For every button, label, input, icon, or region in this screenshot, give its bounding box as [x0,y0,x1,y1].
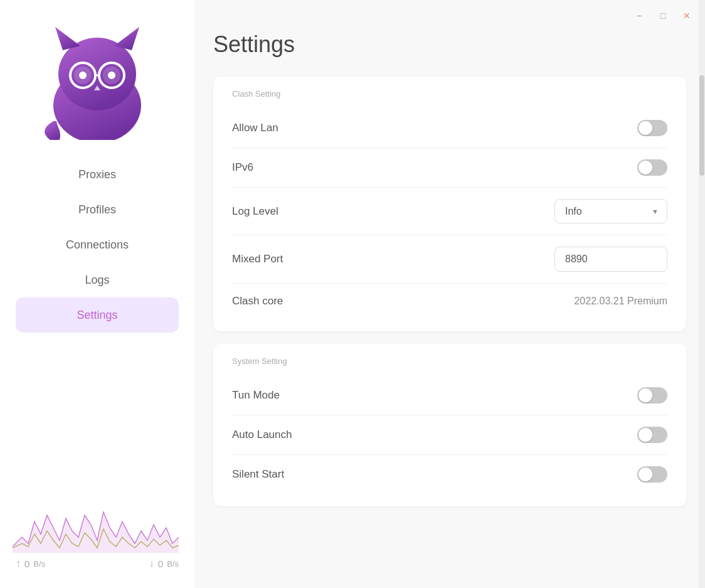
sidebar-item-profiles[interactable]: Profiles [16,192,179,227]
clash-core-label: Clash core [232,295,283,307]
scrollbar-thumb[interactable] [699,75,704,176]
nav-menu: Proxies Profiles Connections Logs Settin… [0,157,194,333]
auto-launch-label: Auto Launch [232,429,292,441]
sidebar-item-logs[interactable]: Logs [16,262,179,297]
titlebar: − □ ✕ [0,0,705,31]
sidebar-item-settings[interactable]: Settings [16,297,179,333]
network-stats: ↑ 0 B/s ↓ 0 B/s [13,558,182,569]
clash-core-row: Clash core 2022.03.21 Premium [232,284,667,319]
tun-mode-toggle[interactable] [637,387,667,404]
ipv6-row: IPv6 [232,148,667,188]
allow-lan-toggle[interactable] [637,120,667,136]
svg-point-9 [108,72,115,79]
mixed-port-row: Mixed Port [232,235,667,284]
log-level-select-wrapper: Debug Info Warning Error Silent [554,199,667,223]
sidebar-item-proxies[interactable]: Proxies [16,157,179,192]
ipv6-toggle[interactable] [637,159,667,176]
logo-area [41,19,154,144]
app-logo [44,24,151,140]
tun-mode-row: Tun Mode [232,376,667,415]
sidebar: Proxies Profiles Connections Logs Settin… [0,0,194,588]
ipv6-label: IPv6 [232,161,253,174]
minimize-button[interactable]: − [633,10,645,21]
silent-start-row: Silent Start [232,455,667,494]
maximize-button[interactable]: □ [657,10,669,21]
allow-lan-row: Allow Lan [232,109,667,148]
allow-lan-label: Allow Lan [232,122,278,134]
system-section-title: System Setting [232,356,667,366]
network-graph-area: ↑ 0 B/s ↓ 0 B/s [13,503,182,569]
auto-launch-toggle[interactable] [637,427,667,443]
page-title: Settings [213,31,686,58]
upload-stat: ↑ 0 B/s [16,558,45,569]
upload-arrow-icon: ↑ [16,558,21,569]
log-level-label: Log Level [232,205,278,218]
svg-point-6 [79,72,87,79]
svg-marker-12 [13,512,179,553]
download-arrow-icon: ↓ [149,558,154,569]
system-setting-card: System Setting Tun Mode Auto Launch Sile… [213,344,686,506]
mixed-port-label: Mixed Port [232,253,283,265]
mixed-port-input[interactable] [554,247,667,272]
silent-start-label: Silent Start [232,468,284,481]
log-level-row: Log Level Debug Info Warning Error Silen… [232,188,667,235]
scrollbar-track [699,0,705,588]
close-button[interactable]: ✕ [681,10,692,21]
clash-section-title: Clash Setting [232,89,667,99]
tun-mode-label: Tun Mode [232,389,280,402]
sidebar-item-connections[interactable]: Connections [16,227,179,262]
auto-launch-row: Auto Launch [232,415,667,455]
main-content: Settings Clash Setting Allow Lan IPv6 Lo… [194,0,705,588]
download-stat: ↓ 0 B/s [149,558,179,569]
log-level-select[interactable]: Debug Info Warning Error Silent [554,199,667,223]
silent-start-toggle[interactable] [637,466,667,483]
clash-core-value: 2022.03.21 Premium [574,296,667,307]
network-graph [13,503,179,553]
clash-setting-card: Clash Setting Allow Lan IPv6 Log Level D… [213,77,686,331]
